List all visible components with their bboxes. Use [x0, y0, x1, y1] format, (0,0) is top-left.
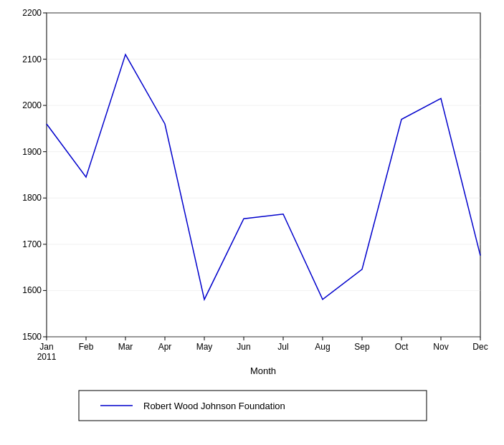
chart-container: 2200 2100 2000 1900 1800 1700 1600 1500	[0, 0, 504, 445]
y-tick-1900: 1900	[22, 147, 42, 157]
legend-label: Robert Wood Johnson Foundation	[143, 401, 285, 411]
y-tick-2100: 2100	[22, 54, 42, 64]
x-tick-oct: Oct	[395, 342, 409, 352]
y-tick-2200: 2200	[22, 8, 42, 18]
x-tick-nov: Nov	[433, 342, 448, 352]
x-tick-may: May	[196, 342, 213, 352]
y-tick-1800: 1800	[22, 193, 42, 203]
y-tick-1700: 1700	[22, 239, 42, 249]
x-tick-feb: Feb	[79, 342, 94, 352]
x-tick-aug: Aug	[315, 342, 330, 352]
x-axis-label: Month	[250, 365, 276, 376]
x-tick-jan: Jan	[39, 342, 53, 352]
x-tick-apr: Apr	[158, 342, 172, 352]
x-tick-dec: Dec	[472, 342, 488, 352]
x-tick-jun: Jun	[237, 342, 250, 352]
svg-rect-1	[47, 13, 480, 337]
y-tick-2000: 2000	[22, 100, 42, 110]
x-tick-mar: Mar	[118, 342, 133, 352]
y-tick-1500: 1500	[22, 332, 42, 342]
x-tick-2011: 2011	[37, 352, 57, 362]
x-tick-jul: Jul	[277, 342, 288, 352]
y-tick-1600: 1600	[22, 285, 42, 295]
x-tick-sep: Sep	[354, 342, 370, 352]
